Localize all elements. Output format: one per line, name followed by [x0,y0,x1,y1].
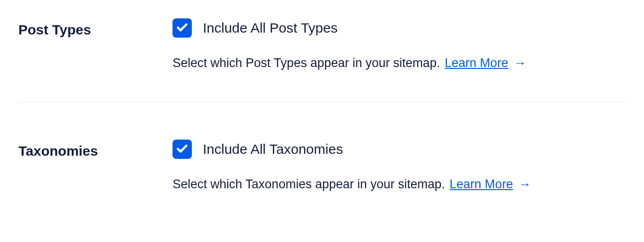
post-types-section: Post Types Include All Post Types Select… [18,18,626,103]
post-types-learn-more-link[interactable]: Learn More [445,56,508,70]
post-types-description: Select which Post Types appear in your s… [172,56,440,70]
arrow-right-icon: → [514,57,526,69]
include-all-post-types-checkbox[interactable] [172,18,192,38]
post-types-content: Include All Post Types Select which Post… [172,18,626,70]
taxonomies-learn-more-link[interactable]: Learn More [449,177,513,191]
taxonomies-heading: Taxonomies [18,140,172,161]
taxonomies-checkbox-row: Include All Taxonomies [172,140,626,159]
taxonomies-description-row: Select which Taxonomies appear in your s… [172,177,626,191]
taxonomies-section: Taxonomies Include All Taxonomies Select… [18,103,626,191]
arrow-right-icon: → [518,178,531,191]
include-all-taxonomies-label: Include All Taxonomies [203,141,343,158]
post-types-heading: Post Types [18,18,172,39]
checkmark-icon [176,142,189,157]
post-types-checkbox-row: Include All Post Types [172,18,626,38]
taxonomies-content: Include All Taxonomies Select which Taxo… [172,140,626,191]
post-types-description-row: Select which Post Types appear in your s… [172,56,626,70]
include-all-post-types-label: Include All Post Types [203,20,338,36]
checkmark-icon [176,21,189,35]
taxonomies-description: Select which Taxonomies appear in your s… [172,177,445,191]
include-all-taxonomies-checkbox[interactable] [172,140,192,159]
